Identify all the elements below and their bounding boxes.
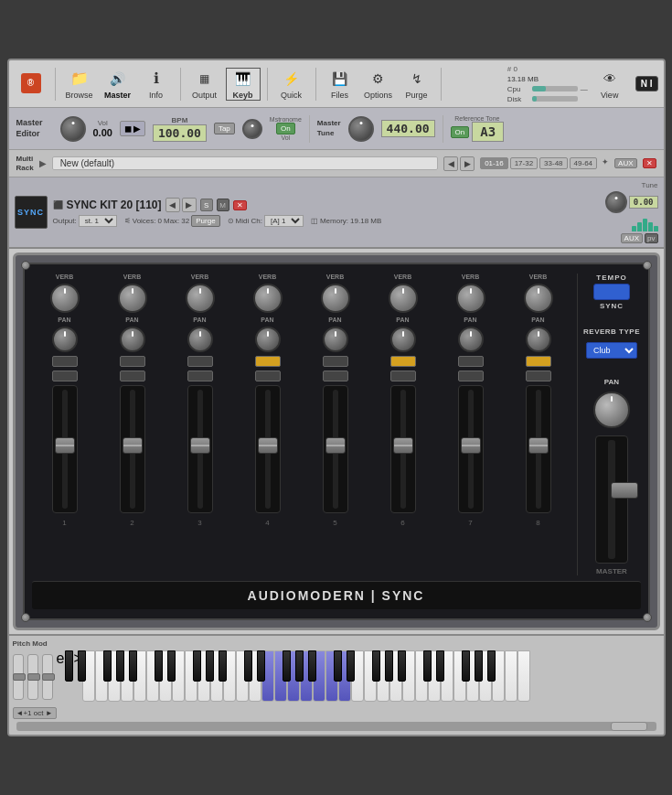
browse-button[interactable]: 📁 Browse (63, 69, 96, 100)
inst-next-btn[interactable]: ▶ (182, 198, 197, 212)
extra-slider-handle[interactable] (42, 673, 55, 681)
ch2-fader-handle[interactable] (123, 437, 143, 454)
ch4-solo-btn[interactable] (255, 356, 281, 367)
black-key[interactable] (206, 650, 214, 682)
inst-aux-btn[interactable]: AUX (621, 233, 643, 243)
purge-button[interactable]: ↯ Purge (400, 69, 433, 100)
ch3-verb-knob[interactable] (186, 284, 215, 313)
rack-prev-btn[interactable]: ◀ (443, 156, 458, 171)
keyb-button[interactable]: 🎹 Keyb (227, 69, 260, 100)
ch2-mute-btn[interactable] (120, 371, 145, 381)
ch1-solo-btn[interactable] (52, 356, 78, 367)
ch7-pan-knob[interactable] (458, 327, 484, 352)
vol-knob[interactable] (60, 116, 86, 142)
pv-btn[interactable]: pv (645, 233, 657, 243)
ch2-pan-knob[interactable] (120, 327, 145, 352)
master-fader-container[interactable] (595, 435, 628, 564)
ch5-fader[interactable] (323, 385, 348, 513)
ch5-fader-handle[interactable] (325, 437, 346, 454)
black-key[interactable] (103, 650, 112, 682)
ch6-fader[interactable] (390, 385, 416, 513)
purge-btn[interactable]: Purge (191, 215, 219, 227)
ch7-mute-btn[interactable] (458, 371, 484, 381)
bpm-display[interactable]: 100.00 (153, 124, 207, 142)
options-button[interactable]: ⚙ Options (362, 69, 395, 100)
ch8-verb-knob[interactable] (524, 284, 553, 313)
rack-tab-1[interactable]: 01-16 (480, 157, 507, 169)
ch3-solo-btn[interactable] (187, 356, 213, 367)
tune-value-display[interactable]: 0.00 (629, 196, 658, 209)
pitch-slider-handle[interactable] (13, 673, 26, 681)
ch5-solo-btn[interactable] (323, 356, 348, 367)
black-key[interactable] (334, 650, 342, 682)
ch1-verb-knob[interactable] (50, 284, 80, 313)
ch2-verb-knob[interactable] (118, 284, 147, 313)
view-button[interactable]: 👁 View (593, 69, 626, 100)
rack-tab-2[interactable]: 17-32 (510, 157, 538, 169)
ch2-solo-btn[interactable] (120, 356, 145, 367)
ch7-solo-btn[interactable] (458, 356, 484, 367)
black-key[interactable] (462, 650, 470, 682)
ch2-fader[interactable] (120, 385, 145, 513)
reaktor-logo[interactable]: ® (15, 73, 48, 95)
black-key[interactable] (423, 650, 432, 682)
black-key[interactable] (129, 650, 137, 682)
black-key[interactable] (257, 650, 265, 682)
tempo-toggle-btn[interactable] (593, 284, 630, 300)
black-key[interactable] (78, 650, 86, 682)
black-key[interactable] (436, 650, 444, 682)
rack-tab-4[interactable]: 49-64 (570, 157, 597, 169)
output-button[interactable]: ▦ Output (188, 69, 221, 100)
master-pan-knob[interactable] (593, 392, 630, 428)
black-key[interactable] (116, 650, 124, 682)
ch7-fader[interactable] (458, 385, 484, 513)
solo-s-btn[interactable]: S (200, 199, 213, 211)
tap-button[interactable]: Tap (214, 123, 235, 134)
black-key[interactable] (193, 650, 201, 682)
mod-slider-handle[interactable] (27, 673, 40, 681)
black-key[interactable] (347, 650, 355, 682)
black-key[interactable] (308, 650, 316, 682)
ch7-fader-handle[interactable] (461, 437, 481, 454)
ch8-fader-handle[interactable] (528, 437, 549, 454)
info-button[interactable]: ℹ Info (140, 69, 173, 100)
black-key[interactable] (65, 650, 73, 682)
black-key[interactable] (295, 650, 304, 682)
ch4-mute-btn[interactable] (255, 371, 281, 381)
ch5-mute-btn[interactable] (323, 371, 348, 381)
ch3-mute-btn[interactable] (187, 371, 213, 381)
black-key[interactable] (475, 650, 483, 682)
ch8-pan-knob[interactable] (526, 327, 551, 352)
inst-prev-btn[interactable]: ◀ (165, 198, 180, 212)
white-key[interactable] (505, 650, 517, 702)
black-key[interactable] (487, 650, 496, 682)
ch1-pan-knob[interactable] (52, 327, 78, 352)
ch6-fader-handle[interactable] (393, 437, 413, 454)
black-key[interactable] (167, 650, 176, 682)
aux-button[interactable]: AUX (614, 158, 636, 168)
mute-m-btn[interactable]: M (217, 199, 229, 211)
mod-slider[interactable] (27, 654, 38, 700)
quick-button[interactable]: ⚡ Quick (275, 69, 308, 100)
ch8-fader[interactable] (526, 385, 551, 513)
ch6-solo-btn[interactable] (390, 356, 416, 367)
ch5-verb-knob[interactable] (321, 284, 350, 313)
scrollbar-thumb[interactable] (611, 722, 647, 731)
black-key[interactable] (398, 650, 406, 682)
ch1-mute-btn[interactable] (52, 371, 78, 381)
ch1-fader[interactable] (52, 385, 78, 513)
metronome-knob[interactable] (242, 119, 262, 139)
ch4-verb-knob[interactable] (253, 284, 283, 313)
ch8-mute-btn[interactable] (526, 371, 551, 381)
black-key[interactable] (244, 650, 252, 682)
ch3-fader-handle[interactable] (190, 437, 210, 454)
midi-select[interactable]: [A] 1 (264, 215, 304, 227)
pitch-slider[interactable] (13, 654, 24, 700)
keyboard-scrollbar[interactable] (16, 722, 656, 731)
ch4-pan-knob[interactable] (255, 327, 281, 352)
close-button[interactable]: ✕ (643, 158, 656, 168)
reverb-type-select[interactable]: Club Hall Room Plate Spring (586, 342, 637, 359)
ch7-verb-knob[interactable] (456, 284, 485, 313)
ref-tone-display[interactable]: A3 (472, 122, 504, 142)
ch6-verb-knob[interactable] (389, 284, 418, 313)
